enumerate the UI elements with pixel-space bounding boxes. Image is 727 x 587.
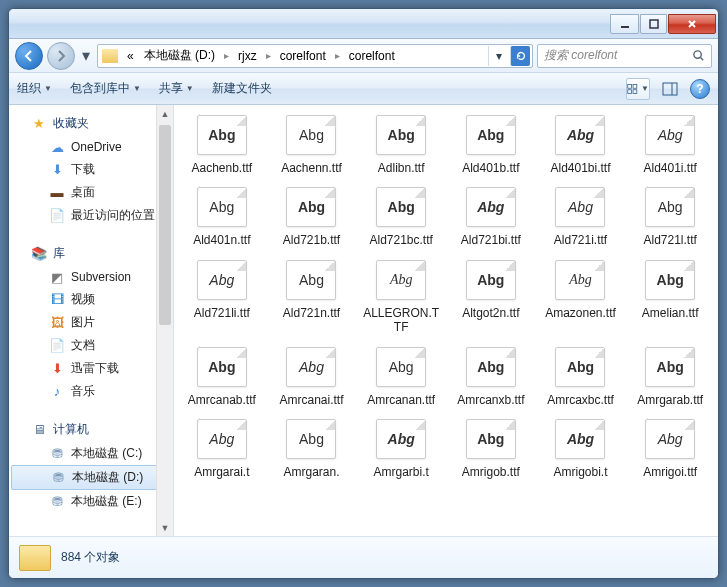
breadcrumb-item[interactable]: 本地磁盘 (D:) (141, 47, 218, 64)
search-input[interactable]: 搜索 corelfont (537, 44, 712, 68)
sidebar-item[interactable]: ◩Subversion (9, 266, 173, 288)
file-item[interactable]: Abg Ald401bi.ttf (537, 111, 625, 179)
file-item[interactable]: Abg Ald401n.ttf (178, 183, 266, 251)
file-item[interactable]: Abg Ald721b.ttf (268, 183, 356, 251)
file-item[interactable]: Abg Altgot2n.ttf (447, 256, 535, 339)
music-icon: ♪ (49, 384, 65, 400)
font-file-icon: Abg (286, 187, 336, 227)
star-icon: ★ (31, 116, 47, 132)
file-item[interactable]: Abg Adlibn.ttf (357, 111, 445, 179)
file-item[interactable]: Abg Ald721bc.ttf (357, 183, 445, 251)
sidebar-item[interactable]: ⛃本地磁盘 (D:) (11, 465, 171, 490)
file-item[interactable]: Abg Amrgarai.t (178, 415, 266, 483)
forward-button[interactable] (47, 42, 75, 70)
explorer-window: ▾ « 本地磁盘 (D:)▸ rjxz▸ corelfont▸ corelfon… (8, 8, 719, 579)
file-item[interactable]: Abg Ald721i.ttf (537, 183, 625, 251)
sidebar-item[interactable]: 📄文档 (9, 334, 173, 357)
file-name: ALLEGRON.TTF (361, 306, 441, 335)
svg-rect-9 (633, 89, 637, 93)
sidebar-item[interactable]: ⬇下载 (9, 158, 173, 181)
file-item[interactable]: Abg Ald401b.ttf (447, 111, 535, 179)
file-item[interactable]: Abg Ald721n.ttf (268, 256, 356, 339)
file-item[interactable]: Abg Ald721bi.ttf (447, 183, 535, 251)
file-item[interactable]: Abg Amrgaran. (268, 415, 356, 483)
new-folder-button[interactable]: 新建文件夹 (212, 80, 272, 97)
sidebar-group-header[interactable]: ★收藏夹 (9, 109, 173, 136)
file-name: Ald721b.ttf (283, 233, 340, 247)
help-button[interactable]: ? (690, 79, 710, 99)
file-item[interactable]: Abg Amrigob.ttf (447, 415, 535, 483)
navbar: ▾ « 本地磁盘 (D:)▸ rjxz▸ corelfont▸ corelfon… (9, 39, 718, 73)
history-dropdown[interactable]: ▾ (79, 46, 93, 65)
file-name: Amrcanan.ttf (367, 393, 435, 407)
file-item[interactable]: Abg Ald401i.ttf (626, 111, 714, 179)
address-dropdown[interactable]: ▾ (488, 46, 508, 66)
sidebar-item[interactable]: ⬇迅雷下载 (9, 357, 173, 380)
close-button[interactable] (668, 14, 716, 34)
file-item[interactable]: Abg Amelian.ttf (626, 256, 714, 339)
file-name: Adlibn.ttf (378, 161, 425, 175)
breadcrumb-item[interactable]: rjxz (235, 49, 260, 63)
refresh-button[interactable] (510, 46, 530, 66)
file-item[interactable]: Abg Amrgarbi.t (357, 415, 445, 483)
file-item[interactable]: Abg Amrigobi.t (537, 415, 625, 483)
file-name: Amrcaxbc.ttf (547, 393, 614, 407)
file-item[interactable]: Abg ALLEGRON.TTF (357, 256, 445, 339)
file-item[interactable]: Abg Amrcanan.ttf (357, 343, 445, 411)
file-name: Ald401bi.ttf (550, 161, 610, 175)
file-item[interactable]: Abg Aachenb.ttf (178, 111, 266, 179)
file-name: Ald401n.ttf (193, 233, 250, 247)
svg-rect-1 (650, 20, 658, 28)
svg-rect-8 (628, 89, 632, 93)
include-menu[interactable]: 包含到库中▼ (70, 80, 141, 97)
file-name: Amrcanxb.ttf (457, 393, 524, 407)
chevron-right-icon[interactable]: ▸ (264, 50, 273, 61)
organize-menu[interactable]: 组织▼ (17, 80, 52, 97)
view-mode-button[interactable]: ▼ (626, 78, 650, 100)
file-item[interactable]: Abg Amrcanai.ttf (268, 343, 356, 411)
share-menu[interactable]: 共享▼ (159, 80, 194, 97)
titlebar[interactable] (9, 9, 718, 39)
file-item[interactable]: Abg Amrgarab.ttf (626, 343, 714, 411)
sidebar-item[interactable]: 🎞视频 (9, 288, 173, 311)
sidebar-item[interactable]: ⛃本地磁盘 (E:) (9, 490, 173, 513)
content-area: ★收藏夹☁OneDrive⬇下载▬桌面📄最近访问的位置📚库◩Subversion… (9, 105, 718, 536)
sidebar-item[interactable]: 🖼图片 (9, 311, 173, 334)
scrollbar[interactable]: ▲▼ (156, 105, 173, 536)
sidebar-item[interactable]: ⛃本地磁盘 (C:) (9, 442, 173, 465)
file-item[interactable]: Abg Amazonen.ttf (537, 256, 625, 339)
desk-icon: ▬ (49, 185, 65, 201)
file-name: Ald721n.ttf (283, 306, 340, 320)
file-pane[interactable]: Abg Aachenb.ttf Abg Aachenn.ttf Abg Adli… (174, 105, 718, 536)
sidebar-item[interactable]: ☁OneDrive (9, 136, 173, 158)
file-item[interactable]: Abg Ald721l.ttf (626, 183, 714, 251)
file-name: Ald721i.ttf (554, 233, 607, 247)
chevron-right-icon[interactable]: ▸ (333, 50, 342, 61)
sidebar-group-header[interactable]: 📚库 (9, 239, 173, 266)
file-item[interactable]: Abg Amrcaxbc.ttf (537, 343, 625, 411)
font-file-icon: Abg (286, 419, 336, 459)
file-item[interactable]: Abg Amrigoi.ttf (626, 415, 714, 483)
sidebar-item[interactable]: ▬桌面 (9, 181, 173, 204)
file-item[interactable]: Abg Ald721li.ttf (178, 256, 266, 339)
address-bar[interactable]: « 本地磁盘 (D:)▸ rjxz▸ corelfont▸ corelfont … (97, 44, 533, 68)
file-item[interactable]: Abg Amrcanab.ttf (178, 343, 266, 411)
minimize-button[interactable] (610, 14, 639, 34)
sidebar-item[interactable]: 📄最近访问的位置 (9, 204, 173, 227)
maximize-button[interactable] (640, 14, 667, 34)
breadcrumb-item[interactable]: corelfont (277, 49, 329, 63)
chevron-right-icon[interactable]: ▸ (222, 50, 231, 61)
file-name: Ald401b.ttf (462, 161, 519, 175)
breadcrumb-item[interactable]: corelfont (346, 49, 398, 63)
file-name: Ald721bi.ttf (461, 233, 521, 247)
preview-pane-button[interactable] (658, 78, 682, 100)
toolbar: 组织▼ 包含到库中▼ 共享▼ 新建文件夹 ▼ ? (9, 73, 718, 105)
file-name: Amrigobi.t (553, 465, 607, 479)
file-item[interactable]: Abg Aachenn.ttf (268, 111, 356, 179)
sidebar-group-header[interactable]: 🖥计算机 (9, 415, 173, 442)
sidebar-item[interactable]: ♪音乐 (9, 380, 173, 403)
file-item[interactable]: Abg Amrcanxb.ttf (447, 343, 535, 411)
pic-icon: 🖼 (49, 315, 65, 331)
status-text: 884 个对象 (61, 549, 120, 566)
back-button[interactable] (15, 42, 43, 70)
